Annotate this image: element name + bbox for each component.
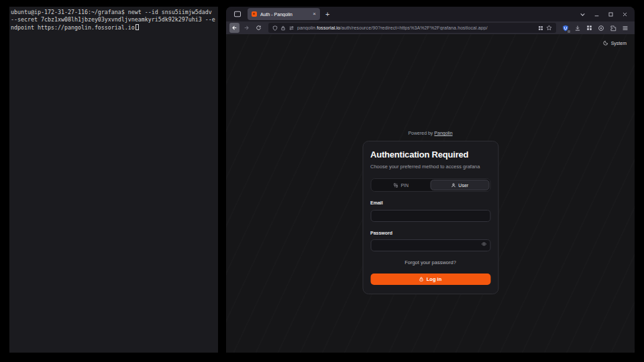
connection-secure-lock-icon[interactable]	[280, 25, 286, 31]
url-text: pangolin.fossorial.io/auth/resource/90?r…	[297, 25, 535, 30]
close-window-button[interactable]	[622, 11, 628, 17]
list-tabs-chevron-icon[interactable]	[580, 11, 586, 17]
email-field[interactable]	[370, 210, 490, 222]
auth-method-tabs: PIN User	[370, 178, 490, 192]
terminal-cursor	[136, 24, 139, 30]
browser-tab-active[interactable]: Auth - Pangolin ×	[248, 8, 320, 20]
tab-title: Auth - Pangolin	[260, 12, 309, 17]
back-button[interactable]	[229, 23, 239, 33]
card-title: Authentication Required	[370, 149, 490, 160]
extension-badge	[568, 30, 570, 33]
url-domain: fossorial.io	[317, 25, 340, 30]
tab-close-icon[interactable]: ×	[313, 11, 316, 17]
login-button-label: Log in	[427, 276, 442, 282]
auth-section: Powered by Pangolin Authentication Requi…	[362, 131, 498, 294]
toolbar-right-icons	[562, 25, 629, 32]
moon-icon	[603, 40, 608, 46]
theme-toggle[interactable]: System	[603, 40, 627, 46]
show-password-eye-icon[interactable]	[481, 241, 486, 247]
terminal-line: ubuntu@ip-172-31-27-116:~/grafana$ newt …	[11, 9, 217, 16]
login-lock-icon	[419, 277, 424, 282]
forgot-password-link[interactable]: Forgot your password?	[370, 259, 490, 265]
tracking-protection-shield-icon[interactable]	[272, 25, 278, 31]
menu-hamburger-icon[interactable]	[622, 25, 629, 32]
password-field[interactable]	[370, 239, 490, 251]
tab-user-label: User	[458, 183, 468, 188]
reload-button[interactable]	[254, 23, 264, 33]
url-prefix: pangolin.	[297, 25, 317, 30]
pangolin-favicon-icon	[252, 11, 257, 17]
terminal-line-text: ndpoint https://pangolin.fossorial.io	[11, 24, 135, 31]
powered-by-text: Powered by	[408, 131, 433, 135]
downloads-icon[interactable]	[574, 25, 581, 32]
page-content: System Powered by Pangolin Authenticatio…	[226, 34, 635, 353]
maximize-button[interactable]	[608, 11, 614, 17]
terminal-line: ndpoint https://pangolin.fossorial.io	[11, 24, 217, 32]
card-subtitle: Choose your preferred method to access g…	[370, 164, 490, 170]
bookmark-star-icon[interactable]	[546, 25, 552, 31]
password-label: Password	[370, 231, 490, 235]
auth-card: Authentication Required Choose your pref…	[362, 141, 498, 294]
tab-strip: Auth - Pangolin × +	[226, 7, 635, 21]
new-tab-button[interactable]: +	[325, 10, 329, 18]
ublock-extension-icon[interactable]	[562, 25, 569, 32]
powered-by: Powered by Pangolin	[362, 131, 498, 135]
user-person-icon	[451, 183, 455, 188]
terminal-line: --secret 7cbz1xw08lh1jbzey03yxvndljvneam…	[11, 16, 217, 23]
email-label: Email	[370, 200, 490, 205]
permissions-swap-icon[interactable]	[288, 25, 294, 31]
url-path: /auth/resource/90?redirect=https%3A%2F%2…	[340, 25, 488, 30]
apps-grid-icon[interactable]	[586, 25, 592, 31]
pin-keypad-icon	[393, 183, 398, 188]
container-grid-icon[interactable]	[538, 25, 543, 31]
login-button[interactable]: Log in	[370, 274, 490, 285]
extensions-puzzle-icon[interactable]	[610, 25, 616, 32]
firefox-view-icon[interactable]	[231, 8, 244, 20]
url-bar[interactable]: pangolin.fossorial.io/auth/resource/90?r…	[268, 23, 556, 33]
tab-pin[interactable]: PIN	[372, 180, 431, 190]
pangolin-link[interactable]: Pangolin	[434, 131, 452, 135]
account-circle-icon[interactable]	[598, 25, 604, 32]
tab-user[interactable]: User	[431, 180, 490, 190]
navigation-toolbar: pangolin.fossorial.io/auth/resource/90?r…	[226, 21, 635, 34]
browser-window: Auth - Pangolin × +	[226, 7, 635, 353]
window-controls	[580, 11, 628, 17]
minimize-button[interactable]	[594, 11, 600, 17]
tab-pin-label: PIN	[400, 183, 409, 188]
theme-label: System	[611, 41, 627, 46]
terminal-window[interactable]: ubuntu@ip-172-31-27-116:~/grafana$ newt …	[9, 7, 218, 353]
forward-button[interactable]	[241, 23, 252, 33]
